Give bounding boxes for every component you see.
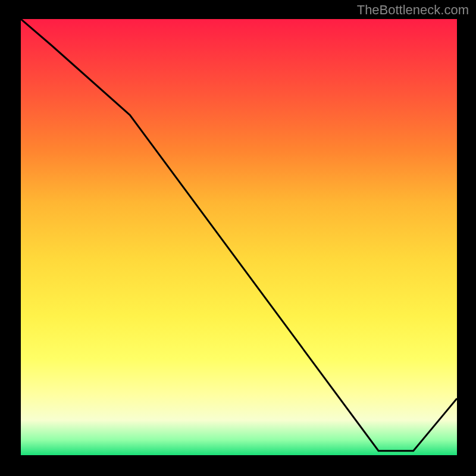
line-chart bbox=[21, 19, 457, 455]
attribution-label: TheBottleneck.com bbox=[357, 2, 469, 18]
chart-frame: TheBottleneck.com bbox=[0, 0, 476, 476]
plot-area bbox=[21, 19, 457, 455]
bottleneck-curve bbox=[21, 19, 457, 451]
